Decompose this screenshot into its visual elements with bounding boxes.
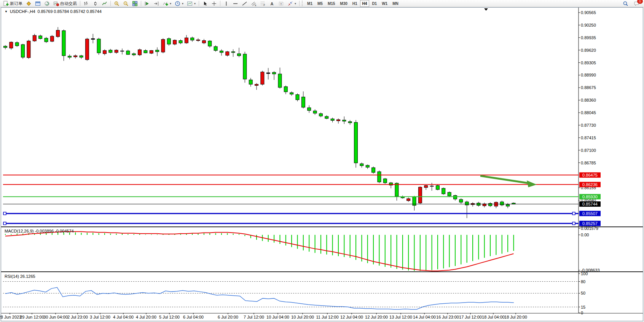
navigator-button[interactable] (43, 0, 51, 7)
indicators-button[interactable]: ▾ (161, 0, 173, 7)
market-watch-button[interactable] (24, 0, 33, 7)
candle-body (436, 186, 439, 190)
chevron-down-icon[interactable]: ▾ (170, 2, 171, 5)
time-tick-label: 4 Jul 04:00 (113, 315, 134, 319)
trendline-button[interactable] (240, 0, 249, 7)
tile-windows-button[interactable] (131, 0, 139, 7)
text-button[interactable]: A (268, 0, 276, 7)
horizontal-line-button[interactable] (231, 0, 240, 7)
candle-body (290, 92, 293, 94)
time-tick-label: 6 Jul 20:00 (218, 315, 238, 319)
candle-body (132, 54, 135, 55)
candle-body (10, 42, 13, 48)
blue-hline-2-price-badge-label: 0.85257 (582, 221, 598, 226)
candle-body (208, 41, 212, 46)
data-window-button[interactable] (33, 0, 42, 7)
candle-body (418, 187, 422, 203)
bar-chart-button[interactable] (82, 0, 91, 7)
time-tick-label: 7 Jul 12:00 (244, 315, 264, 319)
candle-body (156, 50, 159, 52)
chart-canvas: 0.905650.902500.899350.896200.893050.889… (0, 0, 644, 322)
zoom-in-icon (114, 1, 120, 6)
crosshair-button[interactable] (210, 0, 218, 7)
notifications-button[interactable]: 1 (632, 0, 641, 7)
auto-trading-button-label: 自动交易 (60, 1, 77, 6)
tile-windows-icon (132, 1, 138, 6)
chart-shift-button[interactable] (152, 0, 161, 7)
candle-body (325, 116, 328, 118)
candle-body (424, 186, 428, 188)
toolbar-separator (299, 1, 300, 6)
rsi-indicator-label: RSI(14) 26.1265 (5, 274, 35, 279)
line-chart-button[interactable] (100, 0, 109, 7)
timeframe-button-m15[interactable]: M15 (325, 0, 337, 7)
candle-body (191, 38, 194, 40)
template-icon (187, 1, 193, 6)
crosshair-icon (211, 1, 217, 6)
timeframe-button-h1[interactable]: H1 (350, 0, 360, 7)
bar-chart-icon (83, 1, 89, 6)
label-button[interactable]: T (277, 0, 285, 7)
candle-body (27, 41, 30, 58)
blue-hline-1-handle[interactable] (3, 212, 6, 215)
blue-hline-2-handle[interactable] (572, 222, 575, 225)
chevron-down-icon[interactable]: ▾ (295, 2, 296, 5)
periods-button[interactable]: ▾ (173, 0, 185, 7)
candle-body (167, 38, 171, 44)
candle-body (231, 52, 235, 53)
timeframe-button-d1[interactable]: D1 (370, 0, 379, 7)
candle-body (56, 30, 60, 37)
templates-button[interactable]: ▾ (185, 0, 197, 7)
auto-scroll-button[interactable] (143, 0, 151, 7)
candlestick-button[interactable] (91, 0, 100, 7)
timeframe-button-w1[interactable]: W1 (379, 0, 390, 7)
time-tick-label: 2 Jul 23:00 (67, 315, 88, 319)
fibonacci-icon: F (260, 1, 266, 6)
blue-hline-1-handle[interactable] (572, 212, 575, 215)
fibonacci-button[interactable]: F (258, 0, 267, 7)
candle-body (121, 51, 124, 51)
zoom-out-button[interactable] (121, 0, 130, 7)
candle-body (366, 165, 369, 167)
timeframe-button-m5[interactable]: M5 (315, 0, 325, 7)
label-icon: T (278, 1, 284, 6)
arrows-button[interactable]: ▾ (286, 0, 298, 7)
arrows-icon (287, 1, 293, 6)
timeframe-button-mn[interactable]: MN (390, 0, 401, 7)
time-tick-label: 11 Jul 12:00 (316, 315, 338, 319)
timeframe-button-h4[interactable]: H4 (360, 0, 370, 7)
candle-body (97, 39, 100, 53)
channel-button[interactable]: E (249, 0, 258, 7)
chevron-down-icon[interactable]: ▾ (194, 2, 196, 5)
candle-body (238, 54, 241, 56)
candlestick-icon (92, 1, 98, 6)
candle-body (161, 39, 165, 52)
candle-body (489, 203, 492, 206)
search-button[interactable] (621, 0, 630, 7)
candle-body (21, 45, 25, 57)
auto-scroll-icon (144, 1, 150, 6)
candle-body (261, 72, 264, 84)
candle-body (62, 31, 65, 56)
cursor-icon (202, 1, 208, 6)
candle-body (68, 56, 71, 57)
blue-hline-2-handle[interactable] (3, 222, 6, 225)
cursor-button[interactable] (201, 0, 209, 7)
rsi-tick-label: 100 (581, 271, 588, 276)
auto-trading-button[interactable]: 自动交易 (52, 0, 78, 7)
candle-body (465, 202, 469, 205)
collapse-chart-icon[interactable]: ▼ (5, 10, 8, 13)
toolbar-separator (80, 1, 80, 6)
chevron-down-icon[interactable]: ▾ (182, 2, 183, 5)
vertical-line-button[interactable] (222, 0, 231, 7)
toolbar-grip (302, 1, 304, 6)
candle-body (266, 73, 270, 73)
candle-body (179, 41, 182, 43)
toolbar-separator (199, 1, 199, 6)
zoom-in-button[interactable] (112, 0, 121, 7)
candle-body (378, 172, 381, 182)
new-order-button[interactable]: 新订单 (2, 0, 24, 7)
timeframe-button-m1[interactable]: M1 (305, 0, 315, 7)
rsi-tick-label: 0 (581, 311, 583, 315)
timeframe-button-m30[interactable]: M30 (338, 0, 349, 7)
